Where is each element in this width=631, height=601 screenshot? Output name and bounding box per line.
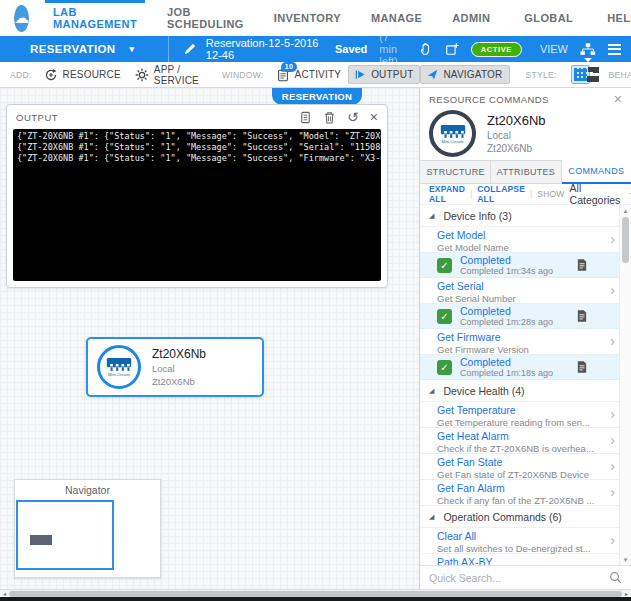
- navigator-cursor-icon: [427, 69, 438, 80]
- category-filter-dropdown[interactable]: All Categories ▾: [570, 182, 631, 206]
- device-icon: Mini-Circuits: [429, 110, 476, 157]
- check-icon: ✓: [437, 309, 452, 324]
- reservation-name: Reservation-12-5-2016 12-46: [206, 37, 335, 61]
- panel-title: RESOURCE COMMANDS: [429, 94, 549, 105]
- result-document-icon[interactable]: [577, 259, 587, 271]
- output-window[interactable]: OUTPUT ↺ × {"ZT-20X6NB #1": {"Status": "…: [6, 104, 388, 288]
- command-list[interactable]: ◢ Device Info (3) Get Model Get Model Na…: [420, 204, 631, 565]
- panel-list-controls: EXPAND ALL | COLLAPSE ALL | SHOW All Cat…: [420, 184, 631, 204]
- trash-icon[interactable]: [323, 111, 336, 124]
- view-hierarchy-icon[interactable]: [580, 41, 596, 57]
- section-operation-commands[interactable]: ◢ Operation Commands (6): [420, 506, 631, 528]
- nav-right-group: ADMIN GLOBAL HELP: [448, 0, 631, 36]
- chevron-right-icon: ›: [610, 231, 615, 247]
- menu-hamburger-icon[interactable]: [608, 44, 621, 55]
- nav-manage[interactable]: MANAGE: [367, 0, 426, 36]
- show-label: SHOW: [537, 189, 564, 199]
- reservation-bar: RESERVATION ▾ Reservation-12-5-2016 12-4…: [0, 36, 631, 62]
- scrollbar-thumb[interactable]: [622, 217, 629, 263]
- command-status-row[interactable]: ✓ Completed Completed 1m:28s ago: [420, 304, 631, 329]
- device-card-location: Local: [152, 363, 206, 374]
- panel-device-location: Local: [487, 130, 546, 141]
- behaviour-label: BEHAVIOUR:: [609, 70, 631, 80]
- activity-window-button[interactable]: 10 ACTIVITY: [269, 64, 349, 86]
- section-device-info[interactable]: ◢ Device Info (3): [420, 205, 631, 227]
- chevron-right-icon: ›: [610, 484, 615, 500]
- panel-device-name: Zt20X6Nb: [487, 113, 546, 128]
- refresh-plus-icon: [44, 68, 58, 82]
- command-path-ax-by[interactable]: Path AX-BY: [420, 554, 631, 565]
- clipboard-icon: 10: [276, 68, 290, 82]
- command-get-firmware[interactable]: Get Firmware Get Firmware Version ›: [420, 329, 631, 355]
- command-status-row[interactable]: ✓ Completed Completed 1m:18s ago: [420, 355, 631, 380]
- app-logo-cloud-icon[interactable]: ☁: [14, 5, 29, 32]
- reservation-canvas-tab[interactable]: RESERVATION: [272, 88, 362, 105]
- nav-inventory[interactable]: INVENTORY: [270, 0, 345, 36]
- panel-header: RESOURCE COMMANDS ×: [420, 88, 631, 110]
- horizontal-scrollbar[interactable]: ◄ ►: [0, 589, 631, 597]
- command-get-temperature[interactable]: Get Temperature Get Temperature reading …: [420, 402, 631, 428]
- command-get-fan-alarm[interactable]: Get Fan Alarm Check if any fan of the ZT…: [420, 480, 631, 506]
- resource-commands-panel: RESOURCE COMMANDS × Mini-Circuits Zt20X6…: [419, 88, 631, 589]
- collapse-triangle-icon: ◢: [429, 513, 434, 521]
- reservation-dropdown[interactable]: RESERVATION ▾: [0, 36, 169, 62]
- chevron-right-icon: ›: [610, 432, 615, 448]
- nav-admin[interactable]: ADMIN: [448, 0, 494, 36]
- close-icon[interactable]: ×: [614, 92, 622, 106]
- navigator-window-button[interactable]: NAVIGATOR: [420, 65, 509, 84]
- chevron-right-icon: ›: [610, 458, 615, 474]
- device-icon: Mini-Circuits: [97, 345, 141, 389]
- collapse-all-link[interactable]: COLLAPSE ALL: [477, 184, 525, 204]
- activity-count-badge: 10: [281, 62, 296, 72]
- result-document-icon[interactable]: [577, 310, 587, 322]
- nav-job-scheduling[interactable]: JOB SCHEDULING: [163, 0, 248, 36]
- check-icon: ✓: [437, 258, 452, 273]
- command-list-scrollbar[interactable]: ▲ ▼: [619, 205, 631, 565]
- reservation-bar-right: Saved (7 min left) ACTIVE VIEW: [335, 31, 631, 67]
- navigator-window[interactable]: Navigator: [14, 479, 161, 578]
- tab-structure[interactable]: STRUCTURE: [420, 160, 491, 184]
- command-clear-all[interactable]: Clear All Set all switches to De-energiz…: [420, 528, 631, 554]
- window-label: WINDOW:: [222, 70, 264, 80]
- command-get-fan-state[interactable]: Get Fan State Get Fan state of ZT-20X6NB…: [420, 454, 631, 480]
- chevron-right-icon: ›: [610, 406, 615, 422]
- command-get-serial[interactable]: Get Serial Get Serial Number ›: [420, 278, 631, 304]
- nav-help[interactable]: HELP: [603, 0, 631, 36]
- command-get-model[interactable]: Get Model Get Model Name ›: [420, 227, 631, 253]
- style-label: STYLE:: [526, 70, 557, 80]
- command-status-row[interactable]: ✓ Completed Completed 1m:34s ago: [420, 253, 631, 278]
- edit-pencil-icon[interactable]: [182, 41, 196, 57]
- tab-attributes[interactable]: ATTRIBUTES: [491, 160, 561, 184]
- panel-tabs: STRUCTURE ATTRIBUTES COMMANDS: [420, 160, 631, 184]
- copy-log-icon[interactable]: [299, 111, 312, 124]
- search-icon[interactable]: [609, 571, 622, 584]
- saved-status: Saved: [335, 43, 367, 55]
- top-nav: ☁ LAB MANAGEMENT JOB SCHEDULING INVENTOR…: [0, 0, 631, 36]
- add-app-service-button[interactable]: APP / SERVICE: [128, 60, 206, 90]
- expand-all-link[interactable]: EXPAND ALL: [429, 184, 465, 204]
- command-get-heat-alarm[interactable]: Get Heat Alarm Check if the ZT-20X6NB is…: [420, 428, 631, 454]
- navigator-viewport[interactable]: [16, 500, 114, 570]
- close-icon[interactable]: ×: [370, 110, 378, 124]
- add-resource-button[interactable]: RESOURCE: [37, 64, 128, 86]
- scroll-down-icon[interactable]: ▼: [620, 554, 631, 565]
- chevron-down-icon: ▾: [130, 44, 135, 54]
- result-document-icon[interactable]: [577, 361, 587, 373]
- output-terminal[interactable]: {"ZT-20X6NB #1": {"Status": "1", "Messag…: [13, 129, 381, 281]
- add-window-icon[interactable]: [445, 41, 459, 57]
- refresh-icon[interactable]: ↺: [347, 110, 359, 124]
- device-card[interactable]: Mini-Circuits Zt20X6Nb Local Zt20X6Nb: [86, 337, 264, 397]
- tab-commands[interactable]: COMMANDS: [562, 160, 631, 184]
- active-status-badge: ACTIVE: [471, 42, 522, 57]
- section-device-health[interactable]: ◢ Device Health (4): [420, 380, 631, 402]
- nav-lab-management[interactable]: LAB MANAGEMENT: [49, 0, 141, 36]
- quick-search-input[interactable]: [429, 572, 603, 584]
- nav-global[interactable]: GLOBAL: [520, 0, 577, 36]
- collapse-triangle-icon: ◢: [429, 387, 434, 395]
- output-window-header[interactable]: OUTPUT ↺ ×: [7, 105, 387, 129]
- hand-pan-icon[interactable]: [419, 41, 433, 57]
- device-brand-label: Mini-Circuits: [108, 372, 130, 377]
- design-canvas[interactable]: RESERVATION OUTPUT ↺ × {"ZT-20X6NB #1": …: [0, 88, 419, 589]
- scroll-up-icon[interactable]: ▲: [620, 205, 631, 216]
- output-window-button[interactable]: OUTPUT: [348, 65, 420, 84]
